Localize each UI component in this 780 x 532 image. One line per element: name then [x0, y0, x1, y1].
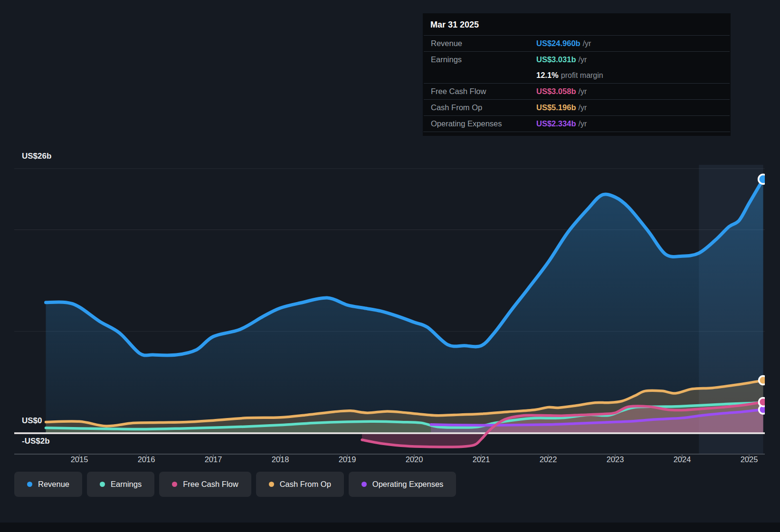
- tooltip-row-label: Operating Expenses: [431, 119, 536, 128]
- tooltip-row-unit: /yr: [578, 104, 587, 112]
- x-axis-year-label: 2020: [395, 455, 433, 464]
- legend-label: Free Cash Flow: [183, 480, 238, 489]
- legend-chip-revenue[interactable]: Revenue: [14, 472, 82, 497]
- x-axis-year-label: 2018: [261, 455, 299, 464]
- tooltip-row-label: Revenue: [431, 39, 536, 48]
- profit-margin-text: profit margin: [561, 71, 603, 80]
- tooltip-row-label: Cash From Op: [431, 103, 536, 112]
- x-axis-year-label: 2025: [730, 455, 768, 464]
- legend-chip-earnings[interactable]: Earnings: [87, 472, 154, 497]
- tooltip-date: Mar 31 2025: [423, 13, 731, 35]
- tooltip-row-value: US$2.334b: [536, 119, 576, 128]
- footer-strip: [0, 522, 780, 532]
- legend-chip-operating-expenses[interactable]: Operating Expenses: [349, 472, 457, 497]
- y-axis-label: US$0: [22, 416, 42, 426]
- legend-dot-icon: [172, 482, 177, 487]
- chart-tooltip: Mar 31 2025 RevenueUS$24.960b/yrEarnings…: [423, 13, 731, 136]
- legend-label: Earnings: [111, 480, 142, 489]
- legend-chip-cash-from-op[interactable]: Cash From Op: [256, 472, 344, 497]
- tooltip-profit-margin-row: 12.1%profit margin: [424, 67, 730, 83]
- tooltip-rows: RevenueUS$24.960b/yrEarningsUS$3.031b/yr…: [423, 35, 730, 132]
- x-axis-year-label: 2019: [328, 455, 366, 464]
- tooltip-row-label: Free Cash Flow: [431, 87, 536, 96]
- x-axis-year-label: 2015: [60, 455, 98, 464]
- legend-dot-icon: [100, 482, 105, 487]
- legend-label: Revenue: [38, 480, 69, 489]
- y-axis-label: US$26b: [22, 152, 51, 161]
- tooltip-row-value: US$24.960b: [536, 39, 580, 48]
- x-axis-year-label: 2016: [127, 455, 165, 464]
- series-end-marker-revenue: [759, 174, 768, 184]
- legend-dot-icon: [27, 482, 32, 487]
- series-end-marker-free-cash-flow: [759, 398, 768, 406]
- series-end-marker-cash-from-op: [759, 376, 768, 385]
- tooltip-row-unit: /yr: [578, 120, 587, 128]
- tooltip-row-unit: /yr: [578, 87, 587, 96]
- tooltip-row-value: US$5.196b: [536, 103, 576, 112]
- legend-chip-free-cash-flow[interactable]: Free Cash Flow: [159, 472, 251, 497]
- profit-margin-value: 12.1%: [536, 71, 559, 80]
- legend-label: Cash From Op: [280, 480, 331, 489]
- x-axis-year-label: 2021: [462, 455, 500, 464]
- tooltip-row-unit: /yr: [583, 39, 591, 48]
- tooltip-row: EarningsUS$3.031b/yr: [424, 51, 730, 67]
- x-axis-year-label: 2017: [194, 455, 232, 464]
- tooltip-row: Free Cash FlowUS$3.058b/yr: [424, 83, 730, 99]
- x-axis-year-label: 2023: [596, 455, 634, 464]
- tooltip-row: Cash From OpUS$5.196b/yr: [424, 99, 730, 115]
- tooltip-row-unit: /yr: [578, 56, 587, 64]
- x-axis-year-label: 2022: [529, 455, 567, 464]
- y-axis-label: -US$2b: [22, 437, 50, 446]
- legend-dot-icon: [269, 482, 274, 487]
- chart-legend: RevenueEarningsFree Cash FlowCash From O…: [14, 472, 456, 497]
- legend-label: Operating Expenses: [372, 480, 444, 489]
- tooltip-row: Operating ExpensesUS$2.334b/yr: [424, 115, 730, 132]
- legend-dot-icon: [361, 482, 367, 487]
- stock-financials-chart-page: US$26bUS$0-US$2b 20152016201720182019202…: [0, 0, 780, 532]
- tooltip-row-value: US$3.031b: [536, 55, 576, 64]
- tooltip-row-value: US$3.058b: [536, 87, 576, 96]
- x-axis-year-label: 2024: [663, 455, 701, 464]
- tooltip-row-label: Earnings: [431, 55, 536, 64]
- tooltip-row: RevenueUS$24.960b/yr: [424, 35, 730, 51]
